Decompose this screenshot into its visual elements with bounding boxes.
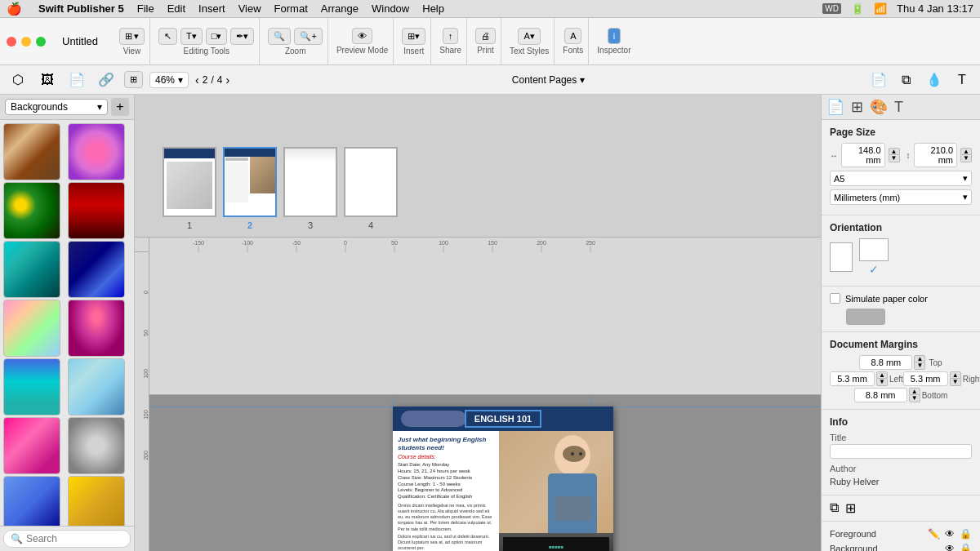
next-page-button[interactable]: › [225, 73, 229, 87]
foreground-edit-icon[interactable]: ✏️ [928, 528, 940, 540]
background-thumb-14[interactable] [68, 476, 125, 526]
paper-color-swatch[interactable] [846, 309, 885, 325]
background-thumb-12[interactable] [68, 417, 125, 474]
background-thumb-4[interactable] [68, 182, 125, 239]
minimize-button[interactable] [21, 37, 31, 47]
right-margin-input[interactable]: 5.3 mm [903, 371, 948, 386]
top-margin-input[interactable]: 8.8 mm [859, 355, 912, 370]
left-down-button[interactable]: ▼ [876, 379, 888, 386]
background-thumb-10[interactable] [68, 358, 125, 415]
maximize-button[interactable] [36, 37, 46, 47]
grid-view-button[interactable]: ⊞ [124, 71, 143, 88]
background-thumb-5[interactable] [3, 241, 60, 298]
preview-mode-button[interactable]: 👁 [352, 28, 372, 44]
color-inspector-icon[interactable]: 🎨 [870, 98, 888, 116]
app-name[interactable]: Swift Publisher 5 [38, 2, 124, 15]
width-stepper[interactable]: ▲ ▼ [889, 148, 900, 162]
background-thumb-9[interactable] [3, 358, 60, 415]
menu-insert[interactable]: Insert [198, 2, 225, 15]
left-stepper[interactable]: ▲ ▼ [876, 371, 888, 386]
top-stepper[interactable]: ▲ ▼ [914, 355, 925, 370]
left-margin-input[interactable]: 5.3 mm [830, 371, 875, 386]
bottom-margin-input[interactable]: 8.8 mm [854, 388, 907, 402]
document-page[interactable]: ENGLISH 101 [393, 407, 613, 552]
zoom-in-button[interactable]: 🔍+ [294, 28, 322, 45]
title-field-input[interactable] [830, 444, 972, 459]
pdf-icon[interactable]: 📄 [65, 69, 88, 91]
background-thumb-8[interactable] [68, 300, 125, 357]
content-pages-control[interactable]: Content Pages ▾ [512, 74, 585, 86]
apple-menu[interactable]: 🍎 [7, 2, 22, 16]
page-thumb-2[interactable]: 2 [223, 147, 277, 230]
text-inspector-icon[interactable]: T [894, 99, 903, 116]
height-input[interactable]: 210.0 mm [914, 143, 958, 167]
backgrounds-dropdown[interactable]: Backgrounds ▾ [5, 99, 108, 115]
text-tool[interactable]: T▾ [180, 28, 203, 45]
width-input[interactable]: 148.0 mm [841, 143, 885, 167]
add-background-button[interactable]: + [111, 98, 129, 116]
layers-icon[interactable]: ⧉ [895, 69, 918, 91]
background-thumb-11[interactable] [3, 417, 60, 474]
menu-format[interactable]: Format [274, 2, 308, 15]
width-down-button[interactable]: ▼ [889, 155, 900, 162]
background-thumb-3[interactable] [3, 182, 60, 239]
foreground-visibility-icon[interactable]: 👁 [945, 528, 955, 540]
link-icon[interactable]: 🔗 [95, 69, 118, 91]
layers-stack-icon[interactable]: ⧉ [830, 500, 839, 516]
bottom-stepper[interactable]: ▲ ▼ [909, 388, 920, 402]
background-lock-icon[interactable]: 🔒 [960, 543, 972, 551]
right-stepper[interactable]: ▲ ▼ [950, 371, 961, 386]
page-thumb-1[interactable]: 1 [163, 147, 216, 230]
zoom-control[interactable]: 46% ▾ [149, 72, 189, 88]
menu-window[interactable]: Window [372, 2, 409, 15]
menu-help[interactable]: Help [422, 2, 444, 15]
portrait-option[interactable] [830, 242, 853, 272]
background-thumb-13[interactable] [3, 476, 60, 526]
background-thumb-1[interactable] [3, 123, 60, 180]
background-thumb-2[interactable] [68, 123, 125, 180]
foreground-lock-icon[interactable]: 🔒 [960, 528, 972, 540]
layout-inspector-icon[interactable]: ⊞ [851, 98, 863, 116]
units-dropdown[interactable]: Millimeters (mm) ▾ [830, 189, 972, 205]
height-stepper[interactable]: ▲ ▼ [960, 148, 972, 162]
top-down-button[interactable]: ▼ [914, 362, 925, 370]
background-thumb-7[interactable] [3, 300, 60, 357]
menu-arrange[interactable]: Arrange [321, 2, 359, 15]
grid-layers-icon[interactable]: ⊞ [845, 500, 856, 516]
menu-file[interactable]: File [137, 2, 154, 15]
bottom-down-button[interactable]: ▼ [909, 395, 920, 402]
shapes-icon[interactable]: ⬡ [7, 69, 29, 91]
pen-tool[interactable]: ✒▾ [230, 28, 254, 45]
view-button[interactable]: ⊞ ▾ [119, 28, 145, 45]
simulate-paper-row: Simulate paper color [830, 293, 972, 304]
zoom-out-button[interactable]: 🔍 [268, 28, 291, 45]
prev-page-button[interactable]: ‹ [195, 73, 199, 87]
page-size-dropdown[interactable]: A5 ▾ [830, 171, 972, 186]
shape-tool[interactable]: □▾ [206, 28, 228, 45]
page-thumb-3[interactable]: 3 [283, 147, 337, 230]
page-inspector-icon[interactable]: 📄 [826, 98, 844, 116]
fonts-button[interactable]: A [564, 28, 581, 44]
page-thumb-4[interactable]: 4 [344, 147, 398, 230]
inspector-button[interactable]: i [608, 28, 621, 44]
background-thumb-6[interactable] [68, 241, 125, 298]
print-button[interactable]: 🖨 [475, 28, 496, 44]
simulate-paper-checkbox[interactable] [830, 293, 840, 304]
menu-edit[interactable]: Edit [167, 2, 185, 15]
share-button[interactable]: ↑ [443, 28, 459, 44]
height-down-button[interactable]: ▼ [960, 155, 972, 162]
insert-button[interactable]: ⊞▾ [402, 28, 425, 45]
landscape-option[interactable]: ✓ [859, 238, 889, 276]
document-canvas[interactable]: ENGLISH 101 [149, 395, 821, 552]
eyedropper-icon[interactable]: 💧 [923, 69, 946, 91]
close-button[interactable] [7, 37, 16, 47]
background-visibility-icon[interactable]: 👁 [945, 543, 955, 551]
text-format-icon[interactable]: T [951, 69, 973, 91]
right-down-button[interactable]: ▼ [950, 379, 961, 386]
page-icon[interactable]: 📄 [867, 69, 890, 91]
search-input[interactable] [26, 533, 123, 544]
menu-view[interactable]: View [238, 2, 261, 15]
image-icon[interactable]: 🖼 [36, 69, 59, 91]
pointer-tool[interactable]: ↖ [158, 28, 177, 45]
text-styles-button[interactable]: A▾ [518, 28, 540, 45]
